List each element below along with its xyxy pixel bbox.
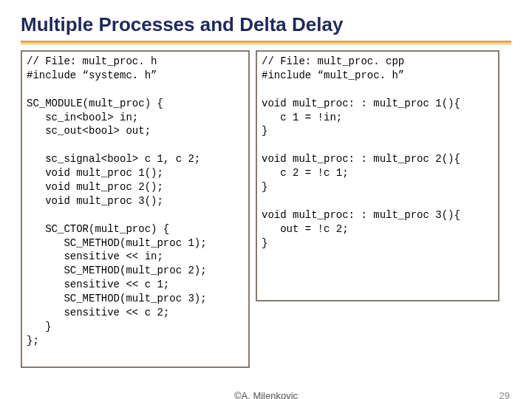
footer-copyright: ©A. Milenkovic [234, 390, 298, 399]
code-box-left: // File: mult_proc. h #include “systemc.… [21, 50, 250, 368]
footer-page-number: 29 [499, 390, 510, 399]
title-underline-thick [21, 41, 511, 43]
slide: Multiple Processes and Delta Delay // Fi… [0, 0, 532, 399]
title-underline-thin [21, 44, 511, 44]
page-title: Multiple Processes and Delta Delay [21, 13, 511, 36]
code-box-right: // File: mult_proc. cpp #include “mult_p… [256, 50, 499, 301]
code-row: // File: mult_proc. h #include “systemc.… [21, 50, 511, 368]
